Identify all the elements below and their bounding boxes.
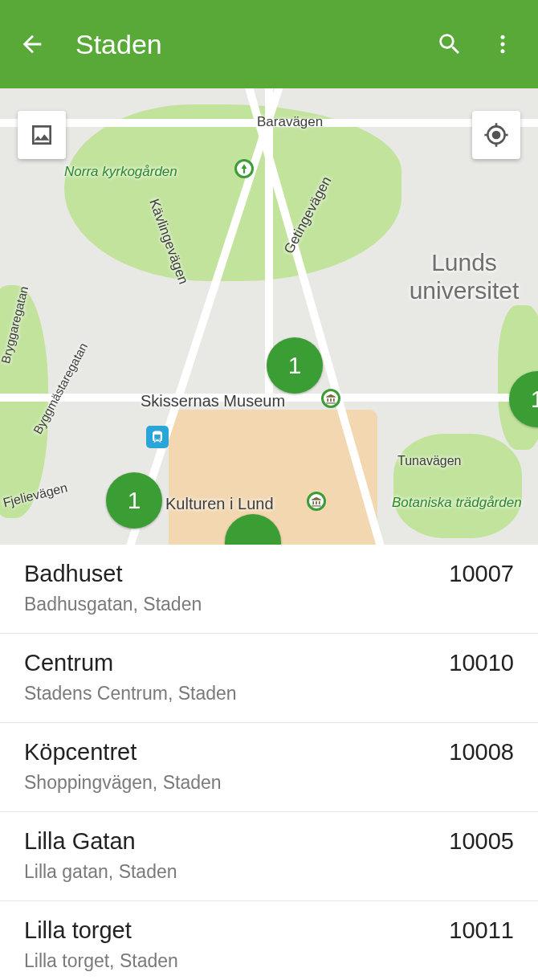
image-layers-icon xyxy=(29,122,55,148)
list-item-subtitle: Badhusgatan, Staden xyxy=(24,594,514,615)
overflow-menu-button[interactable] xyxy=(482,23,524,65)
map-marker[interactable]: 1 xyxy=(267,337,323,394)
list-item-subtitle: Lilla torget, Staden xyxy=(24,950,514,972)
map-label-kulturen: Kulturen i Lund xyxy=(165,495,274,513)
list-item-code: 10010 xyxy=(449,650,514,676)
museum-poi-icon xyxy=(321,389,340,408)
svg-point-0 xyxy=(501,35,505,39)
list-item-title: Lilla Gatan xyxy=(24,828,136,855)
map-marker[interactable]: 1 xyxy=(106,472,162,529)
page-title: Staden xyxy=(75,29,418,60)
list-item-code: 10007 xyxy=(449,561,514,587)
location-list: Badhuset 10007 Badhusgatan, Staden Centr… xyxy=(0,545,538,980)
map-layers-button[interactable] xyxy=(18,111,66,159)
list-item-code: 10008 xyxy=(449,739,514,766)
map-park-area xyxy=(393,434,522,538)
museum-poi-icon xyxy=(307,492,326,511)
list-item-code: 10005 xyxy=(449,828,514,855)
map-label-norra-kyrkogarden: Norra kyrkogården xyxy=(64,164,177,180)
transit-station-icon xyxy=(146,426,169,448)
my-location-button[interactable] xyxy=(472,111,520,159)
back-button[interactable] xyxy=(14,27,50,62)
list-item-title: Centrum xyxy=(24,650,113,676)
list-item-subtitle: Lilla gatan, Staden xyxy=(24,861,514,883)
list-item-title: Lilla torget xyxy=(24,917,132,944)
list-item-subtitle: Stadens Centrum, Staden xyxy=(24,683,514,704)
list-item-title: Köpcentret xyxy=(24,739,137,766)
app-bar: Staden xyxy=(0,0,538,88)
marker-count: 1 xyxy=(531,386,538,413)
marker-count: 1 xyxy=(128,487,141,514)
map-label-skissernas: Skissernas Museum xyxy=(141,392,285,410)
list-item-title: Badhuset xyxy=(24,561,123,587)
park-poi-icon xyxy=(234,159,254,178)
list-item[interactable]: Lilla torget 10011 Lilla torget, Staden xyxy=(0,901,538,980)
list-item-code: 10011 xyxy=(449,917,514,944)
arrow-left-icon xyxy=(18,31,46,58)
marker-count: 1 xyxy=(288,352,302,379)
list-item[interactable]: Badhuset 10007 Badhusgatan, Staden xyxy=(0,545,538,634)
search-button[interactable] xyxy=(429,23,471,65)
more-vert-icon xyxy=(491,32,515,56)
list-item-subtitle: Shoppingvägen, Staden xyxy=(24,772,514,794)
map-label-lunds-universitet: Lunds universitet xyxy=(390,249,538,304)
map-label-baravagen: Baravägen xyxy=(257,114,323,130)
list-item[interactable]: Centrum 10010 Stadens Centrum, Staden xyxy=(0,634,538,723)
map-park-area xyxy=(64,104,401,281)
list-item[interactable]: Lilla Gatan 10005 Lilla gatan, Staden xyxy=(0,812,538,901)
search-icon xyxy=(436,31,463,58)
map-park-area xyxy=(0,285,48,518)
map[interactable]: Norra kyrkogården Baravägen Kävlingeväge… xyxy=(0,88,538,545)
svg-point-1 xyxy=(501,43,505,47)
map-label-tunavagen: Tunavägen xyxy=(397,454,461,468)
list-item[interactable]: Köpcentret 10008 Shoppingvägen, Staden xyxy=(0,723,538,812)
map-label-botaniska: Botaniska trädgården xyxy=(392,495,522,511)
crosshair-icon xyxy=(483,122,509,148)
svg-point-2 xyxy=(501,49,505,53)
